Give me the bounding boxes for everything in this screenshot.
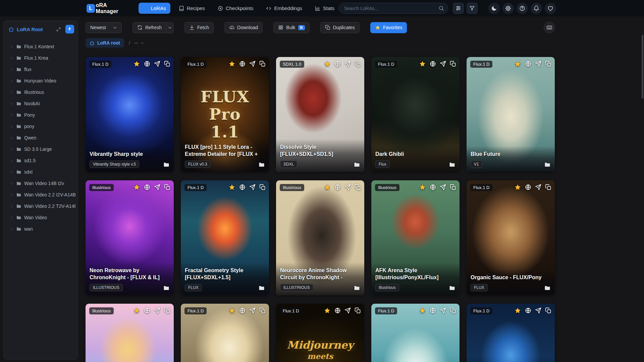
- lora-card[interactable]: Flux.1 D: [181, 304, 269, 362]
- copy-icon[interactable]: [545, 184, 551, 190]
- favorite-star-icon[interactable]: [133, 307, 140, 314]
- folder-open-icon[interactable]: [258, 161, 265, 168]
- folder-item[interactable]: pony: [6, 121, 75, 132]
- lora-card[interactable]: SDXL 1.0Dissolve Style [FLUX+SDXL+SD1.5]…: [276, 57, 364, 172]
- fetch-button[interactable]: Fetch: [184, 22, 214, 33]
- globe-icon[interactable]: [334, 61, 341, 67]
- favorite-star-icon[interactable]: [419, 184, 426, 191]
- folder-item[interactable]: Wan Video 2.2 I2V-A14B: [6, 189, 75, 200]
- lora-card[interactable]: Flux.1 DDark GhibliFlux: [371, 57, 460, 172]
- folder-item[interactable]: Flux.1 Kontext: [6, 41, 75, 52]
- folder-item[interactable]: Hunyuan Video: [6, 75, 75, 86]
- send-icon[interactable]: [154, 184, 160, 190]
- globe-icon[interactable]: [239, 184, 246, 190]
- globe-icon[interactable]: [430, 184, 436, 190]
- copy-icon[interactable]: [545, 61, 551, 67]
- folder-item[interactable]: flux: [6, 64, 75, 75]
- send-icon[interactable]: [440, 307, 446, 314]
- expand-all-button[interactable]: [54, 25, 63, 34]
- lora-card[interactable]: Flux.1 DOrganic Sauce - FLUX/PonyFLUX: [467, 180, 555, 295]
- send-icon[interactable]: [344, 61, 351, 67]
- bell-button[interactable]: [531, 3, 542, 14]
- copy-icon[interactable]: [355, 307, 361, 314]
- folder-open-icon[interactable]: [163, 285, 170, 291]
- lora-card[interactable]: Flux.1 D: [467, 304, 555, 362]
- bulk-button[interactable]: Bulk B: [273, 22, 309, 33]
- copy-icon[interactable]: [259, 307, 266, 314]
- favorite-star-icon[interactable]: [228, 60, 235, 67]
- refresh-dropdown-toggle[interactable]: [166, 22, 174, 33]
- lora-card[interactable]: Illustrious: [86, 304, 174, 362]
- globe-icon[interactable]: [430, 307, 436, 314]
- send-icon[interactable]: [440, 61, 446, 67]
- keyboard-shortcuts-button[interactable]: [544, 22, 555, 33]
- nav-item-recipes[interactable]: Recipes: [174, 3, 209, 14]
- copy-icon[interactable]: [164, 61, 170, 67]
- folder-open-icon[interactable]: [544, 285, 551, 291]
- copy-icon[interactable]: [355, 61, 361, 67]
- folder-open-icon[interactable]: [354, 285, 360, 291]
- globe-icon[interactable]: [334, 307, 341, 314]
- lora-card[interactable]: Flux.1 DFLUXPro1.1FLUX [pro] 1.1 Style L…: [181, 57, 269, 172]
- copy-icon[interactable]: [450, 307, 456, 314]
- folder-open-icon[interactable]: [449, 161, 455, 168]
- folder-item[interactable]: Wan Video 14B t2v: [6, 178, 75, 189]
- nav-item-embeddings[interactable]: Embeddings: [262, 3, 306, 14]
- copy-icon[interactable]: [545, 307, 551, 314]
- send-icon[interactable]: [344, 184, 351, 190]
- lora-card[interactable]: Flux.1 D: [371, 304, 460, 362]
- favorite-star-icon[interactable]: [324, 307, 331, 314]
- globe-icon[interactable]: [144, 307, 150, 314]
- filter-button[interactable]: [467, 3, 478, 14]
- lora-card[interactable]: IllustriousNeurocore Anime Shadow Circui…: [276, 180, 364, 295]
- globe-icon[interactable]: [525, 307, 531, 314]
- scrollbar-thumb[interactable]: [642, 35, 643, 99]
- send-icon[interactable]: [535, 61, 541, 67]
- pin-sidebar-button[interactable]: [65, 25, 74, 34]
- folder-item[interactable]: Flux.1 Krea: [6, 52, 75, 64]
- lora-card[interactable]: IllustriousAFK Arena Style [Illustrious/…: [371, 180, 460, 295]
- folder-item[interactable]: Pony: [6, 109, 75, 121]
- favorite-star-icon[interactable]: [133, 184, 140, 191]
- send-icon[interactable]: [154, 307, 160, 314]
- copy-icon[interactable]: [450, 184, 456, 190]
- folder-item[interactable]: sd1.5: [6, 155, 75, 166]
- moon-button[interactable]: [488, 3, 500, 14]
- send-icon[interactable]: [249, 184, 256, 190]
- breadcrumb-root[interactable]: LoRA root: [86, 38, 124, 48]
- copy-icon[interactable]: [355, 184, 361, 190]
- favorites-button[interactable]: Favorites: [370, 22, 407, 33]
- folder-item[interactable]: sdxl: [6, 166, 75, 178]
- folder-item[interactable]: Qwen: [6, 132, 75, 143]
- send-icon[interactable]: [154, 61, 160, 67]
- nav-item-stats[interactable]: Stats: [311, 3, 339, 14]
- lora-card[interactable]: Flux.1 DMidjourneymeetsFLUX: [276, 304, 364, 362]
- favorite-star-icon[interactable]: [419, 60, 426, 67]
- folder-open-icon[interactable]: [258, 285, 265, 291]
- duplicates-button[interactable]: Duplicates: [320, 22, 360, 33]
- folder-open-icon[interactable]: [354, 161, 360, 168]
- favorite-star-icon[interactable]: [324, 184, 331, 191]
- globe-icon[interactable]: [525, 61, 531, 67]
- heart-button[interactable]: [545, 3, 556, 14]
- folder-item[interactable]: NoobAI: [6, 98, 75, 109]
- refresh-button[interactable]: Refresh: [132, 22, 166, 33]
- globe-icon[interactable]: [239, 61, 246, 67]
- breadcrumb-folder-dropdown[interactable]: --: [135, 40, 144, 46]
- lora-card[interactable]: Flux.1 DBlue FutureV1: [467, 57, 555, 172]
- folder-open-icon[interactable]: [163, 161, 170, 168]
- favorite-star-icon[interactable]: [228, 184, 235, 191]
- copy-icon[interactable]: [259, 184, 266, 190]
- globe-icon[interactable]: [430, 61, 436, 67]
- download-button[interactable]: Download: [224, 22, 263, 33]
- folder-item[interactable]: SD 3.5 Large: [6, 143, 75, 155]
- globe-icon[interactable]: [144, 184, 150, 190]
- lora-card[interactable]: Flux.1 DFractal Geometry Style [FLUX+SDX…: [181, 180, 269, 295]
- folder-open-icon[interactable]: [544, 161, 551, 168]
- favorite-star-icon[interactable]: [514, 307, 521, 314]
- nav-item-loras[interactable]: LoRAs: [139, 3, 170, 14]
- favorite-star-icon[interactable]: [133, 60, 140, 67]
- copy-icon[interactable]: [450, 61, 456, 67]
- folder-item[interactable]: wan: [6, 223, 75, 235]
- folder-item[interactable]: Wan Video 2.2 T2V-A14B: [6, 200, 75, 212]
